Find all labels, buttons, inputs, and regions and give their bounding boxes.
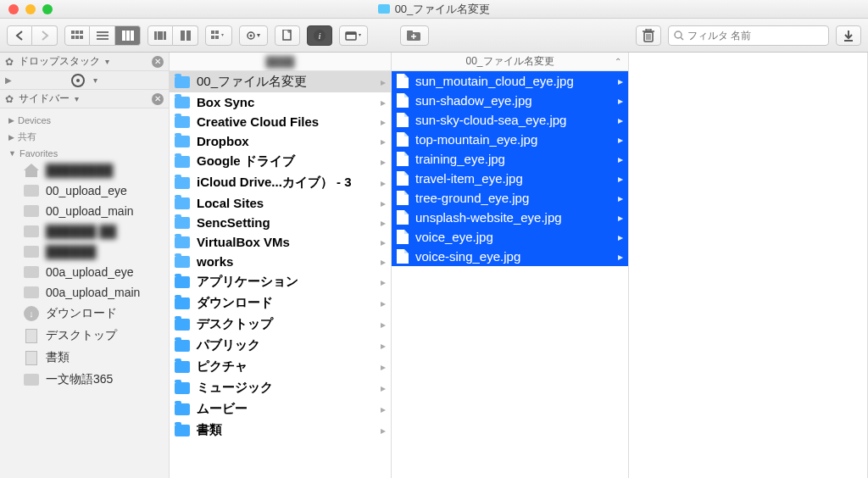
- folder-row[interactable]: VirtualBox VMs▸: [170, 232, 391, 252]
- column-1-header[interactable]: ████: [170, 53, 391, 71]
- folder-row[interactable]: Dropbox▸: [170, 131, 391, 151]
- folder-row[interactable]: パブリック▸: [170, 335, 391, 356]
- close-window-button[interactable]: [8, 4, 19, 14]
- sidebar-item[interactable]: 00a_upload_main: [0, 282, 169, 303]
- file-row[interactable]: sun-shadow_eye.jpg▸: [392, 91, 628, 110]
- folder-icon: [175, 197, 190, 209]
- chevron-right-icon: ▸: [381, 297, 386, 309]
- toolbar: i: [0, 19, 868, 53]
- file-icon: [397, 191, 409, 205]
- search-field[interactable]: [668, 25, 829, 46]
- quicklook-button[interactable]: [339, 25, 368, 46]
- folder-row[interactable]: Box Sync▸: [170, 92, 391, 112]
- folder-name: Dropbox: [197, 134, 249, 148]
- file-row[interactable]: voice_eye.jpg▸: [392, 227, 628, 247]
- icon-view-button[interactable]: [64, 25, 90, 46]
- coverflow-button-2[interactable]: [173, 25, 198, 46]
- download-button[interactable]: [836, 25, 861, 46]
- svg-rect-1: [75, 31, 79, 34]
- list-view-button[interactable]: [90, 25, 115, 46]
- chevron-right-icon: ▸: [381, 156, 386, 168]
- chevron-right-icon: ▸: [381, 136, 386, 147]
- folder-row[interactable]: iCloud Drive...カイブ） - 3▸: [170, 172, 391, 193]
- drop-stack-label: ドロップスタック: [19, 54, 100, 69]
- info-button[interactable]: i: [307, 25, 332, 46]
- sidebar-item[interactable]: 00_upload_eye: [0, 181, 169, 201]
- coverflow-button-1[interactable]: [147, 25, 173, 46]
- sidebar-item-label: ████████: [46, 164, 113, 177]
- file-row[interactable]: travel-item_eye.jpg▸: [392, 169, 628, 188]
- folder-icon: [175, 156, 190, 168]
- close-icon[interactable]: ✕: [152, 93, 164, 105]
- target-strip[interactable]: ▶ ▾: [0, 71, 169, 90]
- file-icon: [397, 132, 409, 147]
- file-row[interactable]: training_eye.jpg▸: [392, 149, 628, 169]
- folder-row[interactable]: works▸: [170, 252, 391, 271]
- folder-row[interactable]: ダウンロード▸: [170, 292, 391, 314]
- folder-row[interactable]: アプリケーション▸: [170, 271, 391, 292]
- chevron-right-icon: ▸: [618, 251, 623, 263]
- sidebar-section-shared[interactable]: ▶共有: [0, 127, 169, 145]
- sidebar-item[interactable]: 00_upload_main: [0, 201, 169, 221]
- folder-row[interactable]: ムービー▸: [170, 398, 391, 420]
- sidebar-item[interactable]: ██████: [0, 242, 169, 262]
- column-2-header[interactable]: 00_ファイル名変更 ⌃: [392, 53, 628, 71]
- sidebar-item[interactable]: 書類: [0, 347, 169, 369]
- file-row[interactable]: unsplash-website_eye.jpg▸: [392, 208, 628, 227]
- new-folder-button[interactable]: [400, 25, 429, 46]
- column-view-button[interactable]: [115, 25, 141, 46]
- back-button[interactable]: [7, 25, 32, 46]
- folder-name: VirtualBox VMs: [197, 235, 290, 249]
- sidebar-item-label: ダウンロード: [46, 306, 117, 321]
- sidebar-item[interactable]: 00a_upload_eye: [0, 262, 169, 282]
- arrange-button[interactable]: [205, 25, 232, 46]
- sidebar-item[interactable]: ↓ダウンロード: [0, 303, 169, 325]
- file-row[interactable]: tree-ground_eye.jpg▸: [392, 188, 628, 208]
- sidebar-item[interactable]: ████████: [0, 160, 169, 181]
- minimize-window-button[interactable]: [25, 4, 36, 14]
- trash-button[interactable]: [636, 25, 661, 46]
- file-row[interactable]: sun-sky-cloud-sea_eye.jpg▸: [392, 110, 628, 130]
- duplicate-button[interactable]: [275, 25, 300, 46]
- sort-chevron-icon[interactable]: ⌃: [615, 57, 621, 66]
- action-button[interactable]: [239, 25, 268, 46]
- folder-row[interactable]: Local Sites▸: [170, 193, 391, 213]
- folder-icon: [175, 177, 190, 189]
- svg-rect-15: [181, 31, 185, 41]
- file-row[interactable]: sun_moutain_cloud_eye.jpg▸: [392, 71, 628, 91]
- chevron-right-icon: ▸: [618, 212, 623, 224]
- file-row[interactable]: top-mountain_eye.jpg▸: [392, 130, 628, 149]
- folder-row[interactable]: Google ドライブ▸: [170, 151, 391, 172]
- folder-icon: [175, 217, 190, 229]
- folder-row[interactable]: SencSetting▸: [170, 213, 391, 232]
- sidebar-section-favorites[interactable]: ▼Favorites: [0, 145, 169, 160]
- chevron-right-icon: ▸: [381, 217, 386, 229]
- file-icon: [397, 249, 409, 264]
- folder-name: ムービー: [197, 401, 248, 417]
- sidebar-strip[interactable]: ✿ サイドバー ▾ ✕: [0, 90, 169, 108]
- close-icon[interactable]: ✕: [152, 56, 164, 68]
- sidebar-item[interactable]: 一文物語365: [0, 369, 169, 391]
- folder-row[interactable]: 00_ファイル名変更▸: [170, 71, 391, 92]
- search-input[interactable]: [687, 30, 823, 42]
- folder-icon: [175, 76, 190, 88]
- file-icon: [397, 113, 409, 127]
- coverflow-buttons: [147, 25, 198, 46]
- folder-row[interactable]: ミュージック▸: [170, 377, 391, 398]
- sidebar-item[interactable]: ██████ ██: [0, 221, 169, 242]
- folder-row[interactable]: デスクトップ▸: [170, 314, 391, 335]
- svg-text:i: i: [318, 31, 320, 41]
- sidebar-section-devices[interactable]: ▶Devices: [0, 112, 169, 127]
- sidebar-item-label: ██████: [46, 245, 97, 258]
- folder-row[interactable]: Creative Cloud Files▸: [170, 112, 391, 131]
- folder-row[interactable]: ピクチャ▸: [170, 356, 391, 377]
- zoom-window-button[interactable]: [42, 4, 53, 14]
- folder-icon: [24, 266, 39, 278]
- file-name: voice-sing_eye.jpg: [415, 249, 520, 264]
- forward-button[interactable]: [32, 25, 58, 46]
- sidebar-item[interactable]: デスクトップ: [0, 325, 169, 347]
- folder-row[interactable]: 書類▸: [170, 420, 391, 441]
- chevron-down-icon: ▾: [93, 75, 97, 85]
- drop-stack-strip[interactable]: ✿ ドロップスタック ▾ ✕: [0, 53, 169, 71]
- file-row[interactable]: voice-sing_eye.jpg▸: [392, 247, 628, 266]
